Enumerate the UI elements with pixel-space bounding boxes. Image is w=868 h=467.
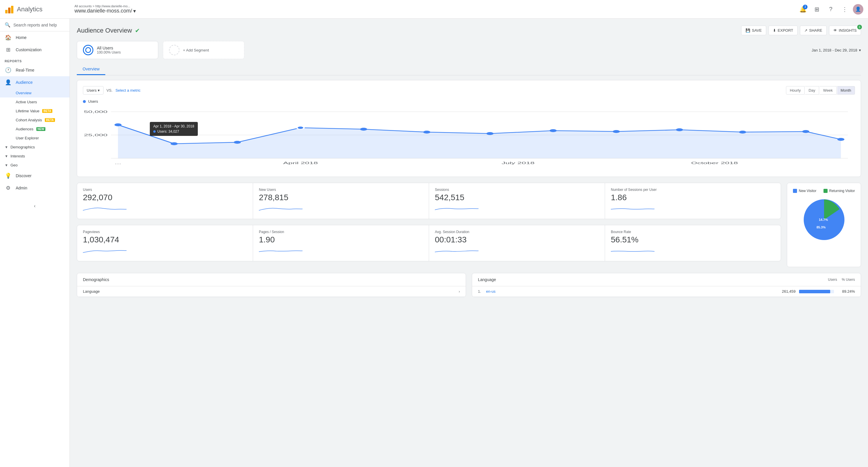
sidebar-sub-overview[interactable]: Overview (0, 89, 69, 97)
page-title-row: Audience Overview ✔ (77, 27, 140, 34)
reports-section-label: REPORTS (0, 56, 69, 64)
sidebar-item-home[interactable]: 🏠 Home (0, 31, 69, 44)
sidebar: 🔍 Search reports and help 🏠 Home ⊞ Custo… (0, 19, 70, 467)
header-actions: 💾 SAVE ⬇ EXPORT ↗ SHARE 👁 INSIGHTS 6 (741, 26, 861, 35)
bounce-rate-metric-label: Bounce Rate (611, 230, 775, 234)
svg-rect-0 (5, 10, 7, 13)
sidebar-item-admin[interactable]: ⚙ Admin (0, 182, 69, 194)
sessions-per-user-metric-value: 1.86 (611, 193, 775, 202)
sidebar-group-geo[interactable]: ▼ Geo (0, 161, 69, 169)
sidebar-search[interactable]: 🔍 Search reports and help (0, 19, 69, 31)
chart-container: 50,000 25,000 (83, 106, 855, 171)
segment-pct: 100.00% Users (97, 50, 121, 54)
pageviews-metric-label: Pageviews (83, 230, 247, 234)
demographics-language-row[interactable]: Language › (77, 286, 466, 297)
sidebar-sub-cohort[interactable]: Cohort Analysis BETA (0, 116, 69, 125)
notification-badge: 3 (803, 5, 807, 9)
avatar[interactable]: 👤 (853, 4, 863, 14)
new-users-metric-value: 278,815 (259, 193, 423, 202)
chart-datapoint (171, 142, 178, 145)
users-legend-dot (83, 100, 86, 103)
chart-datapoint (115, 123, 122, 126)
pie-legend: New Visitor Returning Visitor (793, 189, 855, 193)
users-legend-label: Users (88, 99, 98, 103)
chart-datapoint (550, 129, 556, 132)
sidebar-sub-audiences[interactable]: Audiences NEW (0, 125, 69, 133)
chart-datapoint (486, 132, 493, 135)
overview-label: Overview (16, 91, 31, 95)
lightbulb-icon: 💡 (5, 173, 12, 179)
account-url-selector[interactable]: www.danielle-moss.com/ ▾ (74, 8, 797, 14)
all-users-segment-card[interactable]: All Users 100.00% Users (77, 41, 158, 59)
more-options-button[interactable]: ⋮ (839, 3, 850, 15)
time-week-button[interactable]: Week (820, 86, 837, 95)
share-button[interactable]: ↗ SHARE (800, 26, 827, 35)
segment-info: All Users 100.00% Users (97, 46, 121, 54)
svg-text:...: ... (115, 161, 121, 165)
date-range-dropdown-icon: ▾ (859, 48, 861, 52)
chart-section: Users ▾ VS. Select a metric Hourly Day W… (77, 80, 861, 177)
export-icon: ⬇ (773, 28, 776, 33)
sidebar-sub-lifetime-value[interactable]: Lifetime Value BETA (0, 106, 69, 116)
cohort-beta-badge: BETA (45, 118, 55, 122)
search-label: Search reports and help (13, 23, 57, 27)
logo-area: Analytics (5, 5, 74, 14)
time-month-button[interactable]: Month (837, 86, 855, 95)
user-explorer-label: User Explorer (16, 136, 39, 140)
export-button[interactable]: ⬇ EXPORT (769, 26, 798, 35)
apps-button[interactable]: ⊞ (811, 3, 823, 15)
chart-datapoint (423, 131, 430, 133)
sidebar-sub-active-users[interactable]: Active Users (0, 97, 69, 106)
language-expand-icon: › (459, 289, 460, 293)
home-icon: 🏠 (5, 34, 12, 41)
language-name-1[interactable]: en-us (486, 289, 772, 293)
chart-datapoint (739, 131, 746, 133)
pie-returning-label: Returning Visitor (829, 189, 855, 193)
insights-count-badge: 6 (857, 25, 862, 29)
language-cols: Users % Users (828, 278, 855, 282)
geo-group-label: Geo (10, 163, 18, 167)
svg-rect-2 (11, 6, 13, 13)
sidebar-collapse-button[interactable]: ‹ (0, 200, 69, 212)
svg-rect-1 (8, 7, 10, 13)
nav-icons: 🔔 3 ⊞ ? ⋮ 👤 (797, 3, 863, 15)
date-range-text: Jan 1, 2018 - Dec 29, 2018 (812, 48, 857, 52)
gear-icon: ⚙ (5, 185, 12, 191)
metric-selector: Users ▾ VS. Select a metric (83, 86, 141, 95)
select-metric-link[interactable]: Select a metric (116, 88, 141, 93)
tab-overview[interactable]: Overview (77, 64, 105, 75)
time-hourly-button[interactable]: Hourly (786, 86, 805, 95)
insights-button[interactable]: 👁 INSIGHTS 6 (829, 26, 861, 35)
app-name: Analytics (17, 5, 42, 13)
language-item-label: Language (83, 289, 455, 293)
sidebar-item-realtime[interactable]: 🕐 Real-Time (0, 64, 69, 76)
sidebar-item-discover[interactable]: 💡 Discover (0, 169, 69, 182)
sidebar-item-audience[interactable]: 👤 Audience (0, 76, 69, 89)
help-icon: ? (829, 6, 832, 12)
sidebar-item-customization[interactable]: ⊞ Customization (0, 44, 69, 56)
metric-dropdown[interactable]: Users ▾ (83, 86, 103, 95)
language-section: Language Users % Users 1. en-us 261,459 … (472, 273, 861, 297)
sidebar-sub-user-explorer[interactable]: User Explorer (0, 133, 69, 143)
notifications-button[interactable]: 🔔 3 (797, 3, 809, 15)
new-users-metric-label: New Users (259, 188, 423, 192)
metrics-grid-wrapper: Users 292,070 New Users 278,815 (77, 183, 781, 267)
sessions-per-user-sparkline (611, 205, 654, 213)
audiences-new-badge: NEW (36, 127, 45, 131)
svg-text:October 2018: October 2018 (691, 161, 738, 165)
sidebar-group-interests[interactable]: ▼ Interests (0, 152, 69, 161)
pages-session-metric-label: Pages / Session (259, 230, 423, 234)
help-button[interactable]: ? (825, 3, 837, 15)
sessions-metric-label: Sessions (435, 188, 599, 192)
verified-checkmark-icon: ✔ (135, 27, 140, 34)
save-button[interactable]: 💾 SAVE (741, 26, 766, 35)
chart-legend: Users (83, 99, 855, 103)
time-day-button[interactable]: Day (805, 86, 819, 95)
time-granularity-selector: Hourly Day Week Month (786, 86, 855, 95)
add-segment-card[interactable]: + Add Segment (163, 41, 244, 59)
metric-card-sessions: Sessions 542,515 (429, 183, 605, 219)
language-header: Language Users % Users (472, 273, 861, 286)
sidebar-group-demographics[interactable]: ▼ Demographics (0, 143, 69, 152)
date-range-selector[interactable]: Jan 1, 2018 - Dec 29, 2018 ▾ (812, 48, 861, 52)
bounce-rate-metric-value: 56.51% (611, 235, 775, 244)
